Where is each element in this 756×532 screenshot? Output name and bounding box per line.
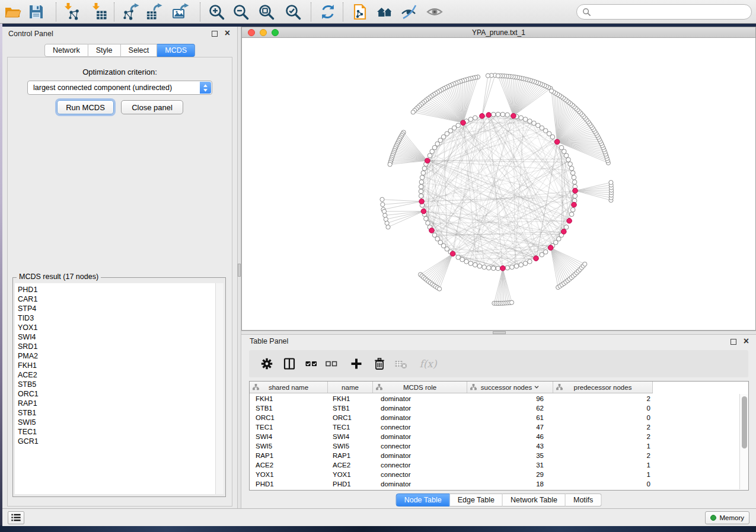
mcds-result-item[interactable]: PMA2 (15, 351, 215, 361)
mcds-result-item[interactable]: FKH1 (15, 361, 215, 370)
tab-style[interactable]: Style (88, 44, 121, 57)
hide-selection-button[interactable] (400, 3, 417, 21)
delete-column-button[interactable] (372, 356, 387, 371)
unselect-all-columns-button[interactable] (324, 356, 339, 371)
tab-motifs[interactable]: Motifs (566, 493, 601, 507)
mcds-result-item[interactable]: TEC1 (15, 427, 215, 437)
tab-edge-table[interactable]: Edge Table (450, 493, 503, 507)
table-row[interactable]: SWI4SWI4dominator462 (250, 432, 739, 441)
mcds-result-item[interactable]: CAR1 (15, 294, 215, 304)
show-all-button[interactable] (426, 3, 444, 21)
select-all-columns-button[interactable] (304, 356, 319, 371)
zoom-fit-button[interactable] (257, 3, 275, 21)
tab-network[interactable]: Network (44, 44, 88, 57)
tab-select[interactable]: Select (121, 44, 158, 57)
optimization-criterion-select[interactable]: largest connected component (undirected) (27, 81, 212, 95)
show-columns-button[interactable] (282, 356, 297, 371)
mcds-result-item[interactable]: STP4 (15, 304, 215, 313)
mcds-result-item[interactable]: SRD1 (15, 342, 215, 351)
mcds-result-item[interactable]: STB5 (15, 380, 215, 389)
column-header-predecessor-nodes[interactable]: predecessor nodes (553, 382, 653, 393)
table-cell: 18 (467, 479, 553, 489)
hide-eye-slash-icon (400, 3, 417, 21)
float-table-panel-icon[interactable] (731, 339, 736, 345)
table-cell: RAP1 (250, 451, 328, 460)
zoom-out-button[interactable] (232, 3, 250, 21)
first-neighbors-button[interactable] (376, 3, 394, 21)
table-row[interactable]: RAP1RAP1dominator352 (250, 451, 739, 460)
export-network-button[interactable] (122, 3, 139, 21)
column-header-shared-name[interactable]: shared name (250, 382, 328, 393)
table-cell: ACE2 (250, 460, 328, 470)
search-box[interactable] (576, 4, 752, 20)
run-mcds-button[interactable]: Run MCDS (57, 100, 114, 114)
table-row[interactable]: STB1STB1dominator620 (250, 403, 739, 413)
vertical-splitter[interactable] (237, 27, 241, 508)
table-settings-button[interactable] (259, 356, 275, 371)
mcds-result-group: MCDS result (17 nodes) PHD1CAR1STP4TID3Y… (12, 277, 226, 497)
memory-label: Memory (719, 514, 744, 521)
zoom-in-icon (208, 3, 225, 21)
zoom-in-button[interactable] (208, 3, 225, 21)
table-scrollbar[interactable] (739, 394, 748, 489)
tab-mcds[interactable]: MCDS (157, 44, 195, 57)
main-toolbar (0, 0, 756, 24)
import-network-button[interactable] (62, 3, 80, 21)
mcds-result-item[interactable]: STB1 (15, 408, 215, 418)
export-image-button[interactable] (171, 3, 189, 21)
create-column-button[interactable] (349, 356, 364, 371)
memory-button[interactable]: Memory (705, 511, 749, 524)
mcds-result-list[interactable]: PHD1CAR1STP4TID3YOX1SWI4SRD1PMA2FKH1ACE2… (15, 283, 215, 494)
table-cell: TEC1 (328, 422, 373, 432)
apply-layout-button[interactable] (319, 3, 337, 21)
mcds-result-item[interactable]: ORC1 (15, 389, 215, 399)
network-canvas[interactable] (242, 38, 755, 330)
scrollbar-thumb[interactable] (742, 396, 747, 448)
save-session-button[interactable] (27, 3, 45, 21)
close-panel-button[interactable]: Close panel (121, 100, 183, 114)
table-row[interactable]: PHD1PHD1dominator180 (250, 479, 739, 489)
column-header-mcds-role[interactable]: MCDS role (373, 382, 467, 393)
table-row[interactable]: SWI5SWI5connector431 (250, 441, 739, 451)
table-cell: 96 (467, 394, 553, 403)
mcds-result-item[interactable]: RAP1 (15, 399, 215, 408)
table-row[interactable]: ORC1ORC1dominator610 (250, 413, 739, 422)
zoom-out-icon (232, 3, 250, 21)
table-row[interactable]: YOX1YOX1connector291 (250, 470, 739, 479)
network-window-titlebar[interactable]: YPA_prune.txt_1 (242, 27, 755, 38)
network-window-title: YPA_prune.txt_1 (242, 28, 755, 37)
splitter-handle[interactable] (238, 264, 241, 277)
column-header-name[interactable]: name (328, 382, 373, 393)
table-cell: YOX1 (250, 470, 328, 479)
splitter-handle[interactable] (493, 331, 506, 334)
close-table-panel-icon[interactable]: × (744, 336, 749, 347)
zoom-selected-button[interactable] (284, 3, 302, 21)
task-history-button[interactable] (8, 511, 24, 524)
tab-network-table[interactable]: Network Table (503, 493, 566, 507)
mcds-result-item[interactable]: SWI5 (15, 418, 215, 427)
mcds-result-item[interactable]: ACE2 (15, 370, 215, 380)
mcds-result-item[interactable]: GCR1 (15, 437, 215, 446)
export-table-button[interactable] (145, 3, 162, 21)
mcds-result-item[interactable]: SWI4 (15, 332, 215, 342)
close-control-panel-icon[interactable]: × (225, 28, 230, 39)
open-file-button[interactable] (4, 3, 22, 21)
horizontal-splitter[interactable] (241, 331, 756, 335)
column-header-successor-nodes[interactable]: successor nodes (467, 382, 553, 393)
import-table-button[interactable] (90, 3, 108, 21)
new-network-from-selection-button[interactable] (351, 3, 369, 21)
function-icon: f(x) (419, 358, 436, 370)
mcds-result-item[interactable]: TID3 (15, 313, 215, 323)
import-table-icon (90, 3, 108, 21)
search-input[interactable] (594, 6, 751, 18)
tab-node-table[interactable]: Node Table (396, 493, 450, 507)
table-row[interactable]: TEC1TEC1connector472 (250, 422, 739, 432)
table-cell: 0 (553, 403, 653, 413)
table-row[interactable]: FKH1FKH1dominator962 (250, 394, 739, 403)
mcds-result-item[interactable]: YOX1 (15, 323, 215, 332)
result-list-scrollbar[interactable] (215, 283, 224, 494)
float-panel-icon[interactable] (212, 31, 218, 37)
table-panel-tabs: Node Table Edge Table Network Table Moti… (396, 493, 602, 507)
mcds-result-item[interactable]: PHD1 (15, 285, 215, 294)
table-row[interactable]: ACE2ACE2connector311 (250, 460, 739, 470)
